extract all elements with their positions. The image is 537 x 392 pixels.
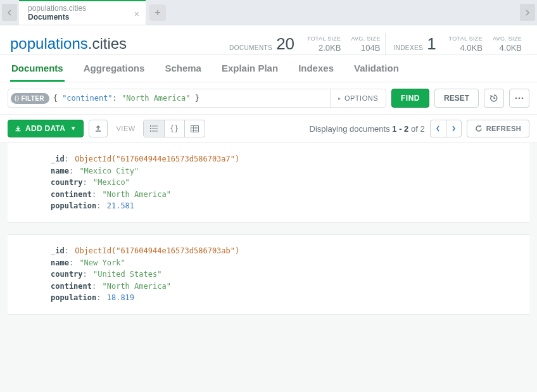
chevron-right-icon — [452, 125, 456, 132]
options-toggle[interactable]: OPTIONS — [330, 89, 386, 107]
idx-avg-size-label: AVG. SIZE — [493, 35, 522, 43]
field-population-value: 21.581 — [107, 201, 134, 210]
documents-toolbar: ADD DATA ▼ VIEW {} Displaying documents … — [0, 115, 537, 143]
total-size: 2.0KB — [319, 43, 341, 53]
svg-point-1 — [519, 98, 521, 99]
idx-total-size: 4.0KB — [460, 43, 483, 53]
avg-size: 104B — [361, 43, 380, 53]
field-id-value: ObjectId("617604944e16573d586703a7") — [75, 155, 239, 163]
tab-indexes[interactable]: Indexes — [297, 55, 335, 82]
table-icon — [191, 125, 199, 132]
svg-point-2 — [522, 98, 524, 99]
import-file-button[interactable] — [89, 120, 108, 137]
close-tab-button[interactable]: × — [134, 9, 139, 19]
more-menu-button[interactable] — [509, 89, 529, 108]
field-name-value: "Mexico City" — [79, 167, 139, 175]
avg-size-label: AVG. SIZE — [351, 35, 380, 43]
filter-input[interactable]: { "continent": "North America" } — [53, 94, 331, 103]
svg-rect-4 — [152, 126, 158, 127]
idx-total-size-label: TOTAL SIZE — [449, 35, 483, 43]
view-json-button[interactable]: {} — [164, 120, 184, 137]
namespace: populations.cities — [10, 35, 127, 53]
svg-rect-6 — [152, 129, 158, 129]
tab-prev-button[interactable] — [2, 4, 17, 21]
field-continent-key: continent — [51, 190, 92, 199]
field-continent-value: "North America" — [103, 190, 171, 199]
find-button[interactable]: FIND — [391, 89, 429, 108]
view-list-button[interactable] — [144, 120, 164, 137]
field-continent-key: continent — [51, 282, 92, 291]
collection-header: populations.cities DOCUMENTS 20 TOTAL SI… — [0, 25, 537, 55]
view-toggle: {} — [143, 120, 205, 137]
field-id-value: ObjectId("617604944e16573d586703ab") — [75, 246, 239, 255]
collection-subtabs: Documents Aggregations Schema Explain Pl… — [0, 55, 537, 82]
indexes-count: 1 — [427, 34, 436, 54]
refresh-label: REFRESH — [486, 125, 521, 132]
svg-rect-5 — [150, 128, 151, 129]
tab-aggregations[interactable]: Aggregations — [82, 55, 146, 82]
field-country-key: country — [51, 178, 83, 187]
filter-badge: FILTER — [11, 93, 49, 104]
history-icon — [490, 94, 498, 103]
tab-validation[interactable]: Validation — [353, 55, 400, 82]
svg-rect-3 — [150, 125, 151, 127]
field-population-key: population — [51, 201, 96, 210]
upload-icon — [94, 125, 102, 132]
tab-explain-plan[interactable]: Explain Plan — [220, 55, 279, 82]
display-count-text: Displaying documents 1 - 2 of 2 — [310, 124, 425, 134]
filter-input-container: FILTER { "continent": "North America" } … — [8, 89, 386, 108]
list-icon — [149, 125, 158, 132]
svg-rect-9 — [191, 125, 198, 132]
tab-schema[interactable]: Schema — [163, 55, 203, 82]
collection-stats: DOCUMENTS 20 TOTAL SIZE 2.0KB AVG. SIZE … — [222, 33, 527, 54]
dots-icon — [515, 97, 524, 99]
collection-name: cities — [92, 35, 127, 52]
field-country-value: "United States" — [93, 270, 161, 279]
svg-rect-8 — [152, 131, 158, 132]
total-size-label: TOTAL SIZE — [307, 35, 341, 43]
history-button[interactable] — [484, 89, 504, 108]
pager — [430, 120, 462, 137]
field-population-key: population — [51, 293, 96, 302]
field-name-key: name — [51, 167, 69, 175]
tab-documents[interactable]: Documents — [10, 55, 65, 82]
document-card[interactable]: _id: ObjectId("617604944e16573d586703a7"… — [8, 143, 529, 223]
field-name-value: "New York" — [79, 258, 125, 267]
documents-count: 20 — [276, 34, 294, 54]
document-card[interactable]: _id: ObjectId("617604944e16573d586703ab"… — [8, 234, 529, 315]
reset-button[interactable]: RESET — [434, 89, 479, 108]
field-name-key: name — [51, 258, 69, 267]
braces-icon: {} — [170, 124, 179, 133]
refresh-icon — [475, 125, 483, 132]
field-population-value: 18.819 — [107, 293, 134, 302]
field-country-key: country — [51, 270, 83, 279]
view-label: VIEW — [117, 125, 136, 132]
svg-rect-7 — [150, 130, 151, 132]
new-tab-button[interactable]: + — [149, 4, 166, 21]
tab-next-button[interactable] — [520, 4, 535, 21]
idx-avg-size: 4.0KB — [500, 43, 522, 53]
query-bar: FILTER { "continent": "North America" } … — [0, 82, 537, 115]
next-page-button[interactable] — [446, 120, 461, 137]
refresh-button[interactable]: REFRESH — [467, 120, 529, 137]
field-continent-value: "North America" — [103, 282, 171, 291]
tab-bar: populations.cities Documents × + — [0, 0, 537, 25]
add-data-button[interactable]: ADD DATA ▼ — [8, 120, 84, 137]
workspace-tab[interactable]: populations.cities Documents × — [19, 0, 146, 25]
tab-subtitle: Documents — [28, 13, 127, 23]
prev-page-button[interactable] — [431, 120, 446, 137]
add-data-label: ADD DATA — [25, 124, 65, 133]
download-icon — [15, 125, 22, 132]
caret-down-icon: ▼ — [70, 125, 76, 132]
chevron-left-icon — [436, 125, 440, 132]
svg-point-0 — [515, 98, 517, 99]
database-name: populations — [10, 35, 88, 52]
view-table-button[interactable] — [184, 120, 205, 137]
documents-count-label: DOCUMENTS — [229, 44, 272, 54]
tab-title: populations.cities — [28, 4, 127, 13]
indexes-count-label: INDEXES — [393, 44, 423, 54]
documents-list: _id: ObjectId("617604944e16573d586703a7"… — [0, 143, 537, 322]
field-country-value: "Mexico" — [93, 178, 130, 187]
